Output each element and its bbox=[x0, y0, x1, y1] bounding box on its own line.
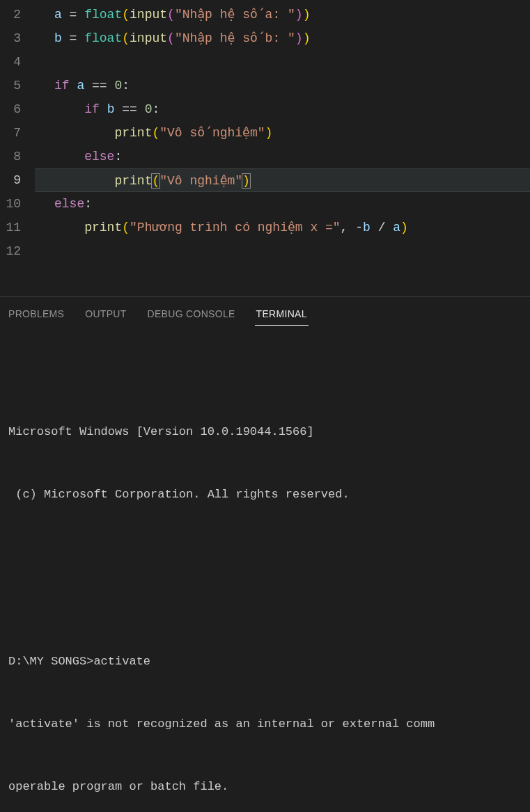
code-content: else: bbox=[35, 145, 530, 168]
code-line-10[interactable]: 10 else: bbox=[0, 192, 530, 216]
line-number: 2 bbox=[0, 3, 35, 26]
code-content bbox=[35, 239, 530, 263]
code-line-3[interactable]: 3 b = float(input("Nhập hệ số b: ")) bbox=[0, 26, 530, 50]
tab-debug-console[interactable]: DEBUG CONSOLE bbox=[146, 305, 237, 326]
code-line-12[interactable]: 12 bbox=[0, 239, 530, 263]
terminal-header: Microsoft Windows [Version 10.0.19044.15… bbox=[8, 380, 522, 547]
code-line-11[interactable]: 11 print("Phương trình có nghiệm x =", -… bbox=[0, 216, 530, 239]
code-line-5[interactable]: 5 if a == 0: bbox=[0, 74, 530, 97]
code-content: print("Vô nghiệm") bbox=[35, 168, 530, 192]
line-number: 7 bbox=[0, 121, 35, 145]
line-number: 8 bbox=[0, 145, 35, 168]
code-line-6[interactable]: 6 if b == 0: bbox=[0, 97, 530, 121]
code-line-8[interactable]: 8 else: bbox=[0, 145, 530, 168]
code-line-9-current[interactable]: 9 print("Vô nghiệm") bbox=[0, 168, 530, 192]
line-number: 12 bbox=[0, 239, 35, 263]
tab-problems[interactable]: PROBLEMS bbox=[7, 305, 65, 326]
line-number: 3 bbox=[0, 26, 35, 50]
code-line-7[interactable]: 7 print("Vô số nghiệm") bbox=[0, 121, 530, 145]
code-content: print("Vô số nghiệm") bbox=[35, 121, 530, 145]
terminal-block-1: D:\MY SONGS>activate 'activate' is not r… bbox=[8, 610, 522, 812]
code-line-4[interactable]: 4 bbox=[0, 50, 530, 74]
panel-tabs: PROBLEMS OUTPUT DEBUG CONSOLE TERMINAL bbox=[0, 297, 530, 331]
line-number: 9 bbox=[0, 168, 35, 192]
line-number: 4 bbox=[0, 50, 35, 74]
line-number: 5 bbox=[0, 74, 35, 97]
code-content: if b == 0: bbox=[35, 97, 530, 121]
code-content: if a == 0: bbox=[35, 74, 530, 97]
code-content bbox=[35, 50, 530, 74]
terminal-output[interactable]: Microsoft Windows [Version 10.0.19044.15… bbox=[0, 331, 530, 812]
line-number: 11 bbox=[0, 216, 35, 239]
code-line-2[interactable]: 2 a = float(input("Nhập hệ số a: ")) bbox=[0, 3, 530, 26]
line-number: 10 bbox=[0, 192, 35, 216]
tab-terminal[interactable]: TERMINAL bbox=[255, 305, 309, 326]
code-content: a = float(input("Nhập hệ số a: ")) bbox=[35, 3, 530, 26]
code-content: print("Phương trình có nghiệm x =", -b /… bbox=[35, 216, 530, 239]
tab-output[interactable]: OUTPUT bbox=[84, 305, 127, 326]
code-editor[interactable]: 2 a = float(input("Nhập hệ số a: ")) 3 b… bbox=[0, 0, 530, 263]
line-number: 6 bbox=[0, 97, 35, 121]
code-content: else: bbox=[35, 192, 530, 216]
code-content: b = float(input("Nhập hệ số b: ")) bbox=[35, 26, 530, 50]
